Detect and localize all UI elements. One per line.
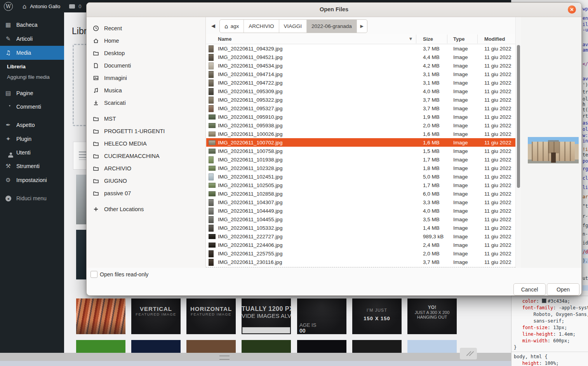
media-grid-thumbnail[interactable]: [131, 340, 181, 353]
devtools-styles-pane[interactable]: color: #3c434a; font-family: -apple-syst…: [511, 296, 588, 366]
column-header-name[interactable]: Name: [218, 36, 231, 42]
file-row[interactable]: IMG_20220611_094329.jpg3,7 MBImage11 giu…: [206, 44, 515, 53]
media-grid-thumbnail[interactable]: YO!JUST A 300 X 200HANGING OUT: [407, 298, 457, 334]
media-grid-thumbnail[interactable]: I'M JUST150 X 150: [352, 298, 402, 334]
open-readonly-checkbox[interactable]: [90, 271, 97, 278]
pages-icon: ▤: [4, 90, 12, 97]
file-row[interactable]: IMG_20220611_100758.jpg1,5 MBImage11 giu…: [206, 147, 515, 155]
place-home[interactable]: Home: [90, 35, 202, 47]
path-segment-archivio[interactable]: ARCHIVIO: [244, 20, 279, 33]
horizontal-scrollbar[interactable]: [0, 353, 511, 361]
media-grid-thumbnail[interactable]: HORIZONTALFEATURED IMAGE: [186, 298, 236, 334]
comments-bubble-icon[interactable]: [69, 4, 75, 9]
file-row[interactable]: IMG_20220611_104449.jpg4,0 MBImage11 giu…: [206, 206, 515, 215]
file-row[interactable]: IMG_20220611_094722.jpg3,1 MBImage11 giu…: [206, 78, 515, 87]
sidebar-item-bacheca[interactable]: ▦Bacheca: [0, 18, 64, 32]
cancel-button[interactable]: Cancel: [513, 283, 546, 295]
file-row[interactable]: IMG_20220611_100702.jpg1,6 MBImage11 giu…: [206, 138, 515, 147]
vertical-scrollbar[interactable]: [515, 17, 521, 268]
place-bookmark-archivio[interactable]: ARCHIVIO: [90, 163, 202, 174]
place-bookmark-giugno[interactable]: GIUGNO: [90, 175, 202, 187]
download-icon: [93, 100, 99, 106]
file-row[interactable]: IMG_20220611_095910.jpg1,9 MBImage11 giu…: [206, 113, 515, 121]
sidebar-item-pagine[interactable]: ▤Pagine: [0, 86, 64, 100]
scrollbar-thumb[interactable]: [517, 45, 520, 188]
media-grid-thumbnail[interactable]: [352, 340, 402, 353]
place-documenti[interactable]: Documenti: [90, 60, 202, 71]
file-row[interactable]: IMG_20220611_094534.jpg4,2 MBImage11 giu…: [206, 61, 515, 70]
place-bookmark-heleco-media[interactable]: HELECO MEDIA: [90, 138, 202, 149]
file-row[interactable]: IMG_20220611_094714.jpg3,1 MBImage11 giu…: [206, 70, 515, 78]
sidebar-item-media[interactable]: ♫Media: [0, 46, 64, 60]
file-row[interactable]: IMG_20220611_225755.jpg2,0 MBImage11 giu…: [206, 249, 515, 258]
file-row[interactable]: IMG_20220611_104455.jpg3,5 MBImage11 giu…: [206, 215, 515, 224]
media-grid-thumbnail[interactable]: [407, 340, 457, 353]
file-row[interactable]: IMG_20220611_100026.jpg1,6 MBImage11 giu…: [206, 130, 515, 138]
column-header-type[interactable]: Type: [453, 36, 464, 42]
place-recent[interactable]: Recent: [90, 23, 202, 34]
sidebar-item-impostazioni[interactable]: ⚙Impostazioni: [0, 173, 64, 187]
place-bookmark-mst[interactable]: MST: [90, 113, 202, 125]
media-grid-thumbnail[interactable]: [242, 340, 291, 353]
file-size: 1,6 MB: [423, 131, 440, 137]
path-segment-viaggi[interactable]: VIAGGI: [279, 20, 307, 33]
media-grid-thumbnail[interactable]: [76, 340, 125, 353]
column-header-modified[interactable]: Modified: [484, 36, 505, 42]
home-icon[interactable]: ⌂: [23, 3, 26, 10]
media-grid-thumbnail[interactable]: VERTICALFEATURED IMAGE: [131, 298, 181, 334]
path-segment-2022-06-granada[interactable]: 2022-06-granada: [307, 20, 357, 33]
path-segment-agx[interactable]: ⌂agx: [220, 20, 244, 33]
sidebar-item-articoli[interactable]: ✎Articoli: [0, 32, 64, 46]
file-row[interactable]: IMG_20220611_230116.jpg3,7 MBImage11 giu…: [206, 258, 515, 266]
sidebar-item-utenti[interactable]: Utenti: [0, 146, 64, 159]
admin-bar-comment-count[interactable]: 0: [78, 3, 81, 9]
media-grid-thumbnail[interactable]: AGE IS00: [297, 298, 346, 334]
place-musica[interactable]: Musica: [90, 85, 202, 96]
submenu-item-libreria[interactable]: Libreria: [0, 61, 64, 72]
place-bookmark-cucireamacchina[interactable]: CUCIREAMACCHINA: [90, 150, 202, 162]
place-bookmark-progetti-1-urgenti[interactable]: PROGETTI 1-URGENTI: [90, 125, 202, 137]
sidebar-item-strumenti[interactable]: ⚒Strumenti: [0, 159, 64, 173]
file-row[interactable]: IMG_20220611_102328.jpg1,8 MBImage11 giu…: [206, 164, 515, 172]
file-row[interactable]: IMG_20220611_102451.jpg5,0 MBImage11 giu…: [206, 172, 515, 181]
place-other-locations[interactable]: Other Locations: [90, 203, 202, 215]
media-grid-thumbnail[interactable]: [186, 340, 236, 353]
wordpress-logo-icon[interactable]: W: [4, 2, 13, 11]
sort-descending-icon[interactable]: ▼: [409, 37, 412, 41]
file-row[interactable]: IMG_20220611_095322.jpg3,7 MBImage11 giu…: [206, 95, 515, 104]
file-row[interactable]: IMG_20220611_095327.jpg3,7 MBImage11 giu…: [206, 104, 515, 113]
file-row[interactable]: IMG_20220611_094521.jpg4,4 MBImage11 giu…: [206, 53, 515, 61]
place-immagini[interactable]: Immagini: [90, 72, 202, 84]
media-grid-thumbnail[interactable]: [297, 340, 346, 353]
place-desktop[interactable]: Desktop: [90, 47, 202, 59]
file-row[interactable]: IMG_20220611_224406.jpg2,4 MBImage11 giu…: [206, 241, 515, 249]
submenu-item-aggiungi-file-media[interactable]: Aggiungi file media: [0, 72, 64, 82]
file-row[interactable]: IMG_20220611_104307.jpg3,3 MBImage11 giu…: [206, 198, 515, 206]
resize-handle-icon[interactable]: [460, 348, 477, 359]
sidebar-item-plugin[interactable]: ✦Plugin: [0, 132, 64, 146]
file-row[interactable]: IMG_20220611_101938.jpg1,7 MBImage11 giu…: [206, 155, 515, 164]
media-grid-thumbnail[interactable]: [76, 298, 125, 334]
place-scaricati[interactable]: Scaricati: [90, 97, 202, 109]
media-grid-thumbnail[interactable]: TUALLY 1200 PXVIDE IMAGES ALV: [242, 298, 291, 334]
sidebar-item-commenti[interactable]: Commenti: [0, 100, 64, 113]
file-row[interactable]: IMG_20220611_095309.jpg4,0 MBImage11 giu…: [206, 87, 515, 95]
sidebar-item-riduci-menu[interactable]: ◂Riduci menu: [0, 192, 64, 205]
file-row[interactable]: IMG_20220611_102858.jpg6,0 MBImage11 giu…: [206, 189, 515, 198]
dialog-titlebar[interactable]: Open Files ✕: [87, 3, 581, 17]
file-thumbnail: [209, 88, 214, 95]
sidebar-item-aspetto[interactable]: ✒Aspetto: [0, 118, 64, 132]
column-header-size[interactable]: Size: [423, 36, 433, 42]
file-row[interactable]: IMG_20220611_222727.jpg989,3 kBImage11 g…: [206, 232, 515, 241]
devtools-code-fragment: h: [583, 102, 585, 107]
place-bookmark-passive-07[interactable]: passive 07: [90, 187, 202, 199]
admin-bar-site-name[interactable]: Antonio Gallo: [30, 3, 60, 9]
close-icon[interactable]: ✕: [568, 5, 576, 14]
open-button[interactable]: Open: [547, 283, 579, 295]
file-row[interactable]: IMG_20220611_102505.jpg1,7 MBImage11 giu…: [206, 181, 515, 189]
file-row[interactable]: IMG_20220611_105332.jpg1,4 MBImage11 giu…: [206, 224, 515, 232]
nav-forward-icon[interactable]: ▶: [357, 20, 367, 33]
nav-back-icon[interactable]: ◀: [209, 20, 218, 31]
scrollbar-grip-icon[interactable]: [219, 356, 230, 360]
file-row[interactable]: IMG_20220611_095938.jpg2,0 MBImage11 giu…: [206, 121, 515, 130]
